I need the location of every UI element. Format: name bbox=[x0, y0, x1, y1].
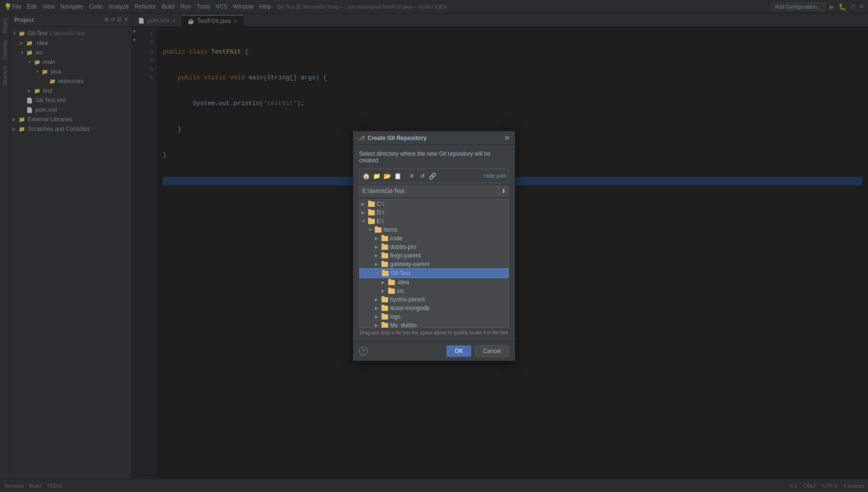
dtree-label-c: C:\ bbox=[377, 201, 384, 207]
folder-icon-feign-parent bbox=[381, 253, 388, 258]
dialog-help-button[interactable]: ? bbox=[359, 347, 368, 355]
dtree-label-d: D:\ bbox=[377, 209, 384, 216]
dtree-label-feign-parent: feign-parent bbox=[390, 252, 421, 259]
dtree-arrow-my-dubbo: ▶ bbox=[375, 323, 381, 328]
dtree-item-code[interactable]: ▶ code bbox=[360, 234, 508, 243]
dtree-arrow-gateway-parent: ▶ bbox=[375, 262, 381, 267]
dtree-arrow-itcast: ▶ bbox=[375, 306, 381, 310]
dtree-item-logs[interactable]: ▶ logs bbox=[360, 312, 508, 321]
dtree-item-e[interactable]: ▼ E:\ bbox=[360, 217, 508, 225]
dtree-label-logs: logs bbox=[390, 313, 401, 320]
dtree-label-my-dubbo: My_dubbo bbox=[390, 322, 417, 328]
dtree-item-items[interactable]: ▼ items bbox=[360, 225, 508, 234]
dtree-arrow-code: ▶ bbox=[375, 236, 381, 241]
folder-icon-code bbox=[381, 236, 388, 241]
toolbar-expand-btn[interactable]: 📂 bbox=[382, 171, 392, 181]
dialog-cancel-button[interactable]: Cancel bbox=[475, 345, 509, 357]
dtree-label-e: E:\ bbox=[377, 218, 384, 225]
path-expand-btn[interactable]: ⬇ bbox=[498, 186, 509, 196]
folder-icon-dubbo-pro bbox=[381, 245, 388, 250]
dtree-item-dot-idea[interactable]: ▶ .idea bbox=[360, 278, 508, 287]
toolbar-refresh-btn[interactable]: ↺ bbox=[417, 171, 427, 181]
dtree-label-src-dlg: src bbox=[397, 288, 404, 294]
folder-icon-git-test-dlg bbox=[382, 271, 389, 276]
dtree-arrow-hystrix: ▶ bbox=[375, 297, 381, 302]
dtree-label-dot-idea: .idea bbox=[397, 279, 409, 286]
dtree-arrow-d: ▶ bbox=[361, 210, 368, 215]
folder-icon-logs bbox=[381, 314, 388, 320]
dialog-ok-button[interactable]: OK bbox=[446, 345, 471, 357]
dtree-arrow-logs: ▶ bbox=[375, 314, 381, 319]
dtree-item-hystrix[interactable]: ▶ hystrix-parent bbox=[360, 295, 508, 304]
dialog-titlebar: ⎇ Create Git Repository ✕ bbox=[353, 131, 515, 145]
folder-icon-hystrix bbox=[381, 297, 388, 302]
drag-hint: Drag and drop a file into the space abov… bbox=[359, 330, 509, 335]
folder-icon-src-dlg bbox=[388, 289, 395, 294]
dialog-description: Select directory where the new Git repos… bbox=[359, 150, 509, 164]
dialog-toolbar: 🏠 📁 📂 📋 ✕ ↺ 🔗 Hide path bbox=[359, 169, 509, 183]
dialog-overlay: ⎇ Create Git Repository ✕ Select directo… bbox=[0, 0, 868, 492]
folder-icon-c bbox=[368, 202, 375, 207]
dtree-item-git-test[interactable]: ▼ Git-Test bbox=[360, 268, 508, 278]
dtree-arrow-feign-parent: ▶ bbox=[375, 253, 381, 258]
folder-icon-items bbox=[375, 227, 381, 233]
dialog-path-bar: ⬇ bbox=[359, 186, 509, 196]
dialog-file-tree: ▶ C:\ ▶ D:\ ▼ E:\ bbox=[359, 199, 509, 328]
folder-icon-itcast bbox=[381, 306, 388, 311]
toolbar-home-btn[interactable]: 🏠 bbox=[361, 171, 371, 181]
dialog-git-icon: ⎇ bbox=[358, 135, 365, 141]
dtree-label-code: code bbox=[390, 235, 402, 242]
folder-icon-d bbox=[368, 210, 375, 215]
toolbar-sep1 bbox=[404, 172, 405, 180]
dtree-label-dubbo-pro: dubbo-pro bbox=[390, 244, 416, 250]
dtree-arrow-src-dlg: ▶ bbox=[381, 289, 388, 293]
dtree-arrow-dot-idea: ▶ bbox=[381, 280, 388, 285]
dtree-arrow-c: ▶ bbox=[361, 202, 368, 206]
toolbar-close-btn[interactable]: ✕ bbox=[407, 171, 416, 181]
dtree-item-src-dlg[interactable]: ▶ src bbox=[360, 287, 508, 295]
dialog-title: Create Git Repository bbox=[368, 135, 426, 141]
toolbar-create-folder-btn[interactable]: 📁 bbox=[372, 171, 381, 181]
dialog-body: Select directory where the new Git repos… bbox=[353, 145, 515, 341]
dtree-label-git-test-dlg: Git-Test bbox=[391, 270, 410, 277]
hide-path-link[interactable]: Hide path bbox=[484, 173, 507, 179]
dtree-label-hystrix: hystrix-parent bbox=[390, 296, 425, 303]
dialog-buttons: ? OK Cancel bbox=[353, 341, 515, 361]
dtree-arrow-items: ▼ bbox=[368, 227, 375, 232]
dialog-close-button[interactable]: ✕ bbox=[504, 134, 510, 142]
dtree-item-gateway-parent[interactable]: ▶ gateway-parent bbox=[360, 260, 508, 268]
dtree-item-c[interactable]: ▶ C:\ bbox=[360, 200, 508, 208]
folder-icon-e bbox=[368, 219, 375, 224]
dtree-item-d[interactable]: ▶ D:\ bbox=[360, 208, 508, 217]
dtree-item-itcast[interactable]: ▶ itcast-mongodb bbox=[360, 304, 508, 312]
dtree-label-gateway-parent: gateway-parent bbox=[390, 261, 430, 267]
dtree-item-feign-parent[interactable]: ▶ feign-parent bbox=[360, 251, 508, 260]
folder-icon-gateway-parent bbox=[381, 262, 388, 267]
create-git-repo-dialog: ⎇ Create Git Repository ✕ Select directo… bbox=[353, 131, 515, 361]
toolbar-collapse-btn[interactable]: 📋 bbox=[393, 171, 402, 181]
folder-icon-my-dubbo bbox=[381, 323, 388, 328]
dtree-label-items: items bbox=[383, 226, 397, 233]
dtree-arrow-e: ▼ bbox=[361, 219, 368, 224]
dtree-item-my-dubbo[interactable]: ▶ My_dubbo bbox=[360, 321, 508, 328]
folder-icon-dot-idea-dlg bbox=[388, 280, 395, 285]
toolbar-link-btn[interactable]: 🔗 bbox=[428, 171, 437, 181]
dialog-path-input[interactable] bbox=[359, 186, 498, 196]
dtree-label-itcast: itcast-mongodb bbox=[390, 305, 429, 311]
dtree-item-dubbo-pro[interactable]: ▶ dubbo-pro bbox=[360, 243, 508, 251]
dtree-arrow-git-test-dlg: ▼ bbox=[375, 271, 382, 276]
dtree-arrow-dubbo-pro: ▶ bbox=[375, 245, 381, 249]
